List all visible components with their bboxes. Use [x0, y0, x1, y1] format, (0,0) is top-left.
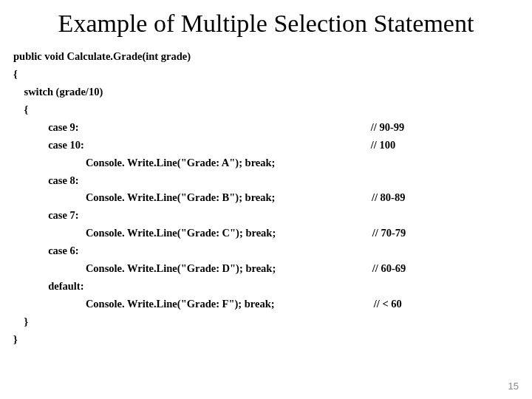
code-line: Console. Write.Line("Grade: F"); break; …: [13, 296, 519, 313]
code-line: Console. Write.Line("Grade: C"); break; …: [13, 225, 519, 242]
slide-title: Example of Multiple Selection Statement: [0, 0, 532, 48]
code-line: default:: [13, 278, 519, 296]
code-line: }: [13, 313, 519, 331]
code-line: case 9: // 90-99: [13, 119, 519, 137]
code-line: }: [13, 331, 519, 349]
code-line: case 10: // 100: [13, 137, 519, 154]
page-number: 15: [508, 381, 519, 392]
code-line: {: [13, 101, 519, 119]
code-line: case 8:: [13, 172, 519, 190]
code-line: Console. Write.Line("Grade: B"); break; …: [13, 189, 519, 207]
code-line: case 6:: [13, 242, 519, 260]
code-line: Console. Write.Line("Grade: D"); break; …: [13, 260, 519, 278]
code-block: public void Calculate.Grade(int grade) {…: [0, 48, 532, 349]
code-line: case 7:: [13, 207, 519, 225]
code-line: public void Calculate.Grade(int grade): [13, 48, 519, 66]
code-line: switch (grade/10): [13, 83, 519, 101]
code-line: Console. Write.Line("Grade: A"); break;: [13, 154, 519, 172]
code-line: {: [13, 66, 519, 83]
